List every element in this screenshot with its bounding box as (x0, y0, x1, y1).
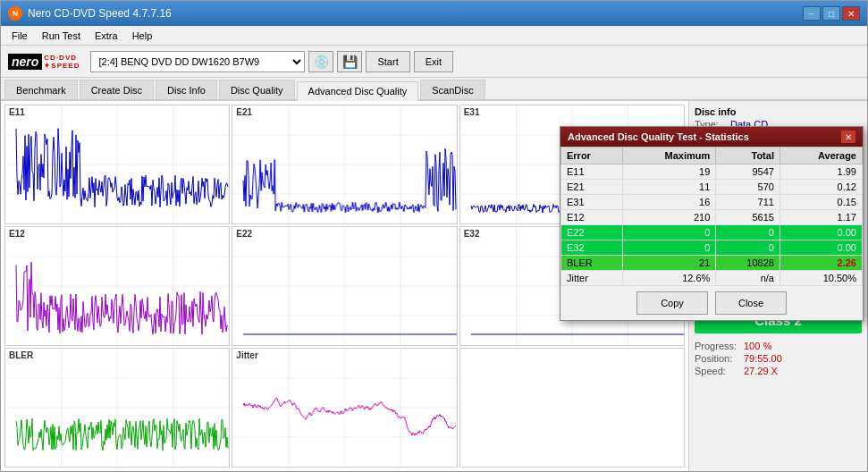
toolbar: nero CD·DVD✦SPEED [2:4] BENQ DVD DD DW16… (1, 46, 867, 78)
stats-col-max: Maximum (622, 148, 716, 164)
stats-bler-total: 10828 (716, 256, 780, 271)
stats-row-jitter: Jitter 12.6% n/a 10.50% (561, 271, 863, 286)
graph-e11-canvas (5, 105, 229, 223)
stats-col-error: Error (561, 148, 623, 164)
stats-e31-total: 711 (716, 195, 780, 210)
menu-extra[interactable]: Extra (88, 29, 125, 43)
stats-e11-avg: 1.99 (780, 164, 862, 180)
tab-bar: Benchmark Create Disc Disc Info Disc Qua… (1, 78, 867, 101)
stats-bler-avg: 2.26 (780, 256, 862, 271)
stats-e21-max: 11 (622, 180, 716, 195)
stats-e21-total: 570 (716, 180, 780, 195)
stats-row-e12: E12 210 5615 1.17 (561, 210, 863, 225)
graph-e22: E22 (232, 226, 457, 346)
exit-button[interactable]: Exit (414, 51, 453, 72)
progress-row: Progress: 100 % (695, 341, 862, 351)
stats-buttons: Copy Close (560, 286, 863, 320)
drive-info-icon[interactable]: 💿 (308, 51, 333, 72)
menu-run-test[interactable]: Run Test (35, 29, 88, 43)
main-window: N Nero CD-DVD Speed 4.7.7.16 − □ ✕ File … (0, 0, 868, 472)
graph-e12-canvas (5, 227, 229, 345)
graph-e31-label: E31 (464, 107, 480, 117)
graph-e22-canvas (232, 227, 456, 345)
stats-e31-avg: 0.15 (780, 195, 862, 210)
stats-row-e22: E22 0 0 0.00 (561, 225, 863, 240)
graph-e12: E12 (4, 226, 230, 346)
stats-e11-max: 19 (622, 164, 716, 180)
stats-e11-name: E11 (561, 164, 623, 180)
progress-value: 100 % (744, 341, 771, 351)
tab-disc-info[interactable]: Disc Info (156, 80, 217, 99)
stats-bler-max: 21 (622, 256, 716, 271)
tab-advanced-disc-quality[interactable]: Advanced Disc Quality (297, 81, 419, 101)
graph-e11-label: E11 (9, 107, 25, 117)
stats-e12-max: 210 (622, 210, 716, 225)
progress-label: Progress: (695, 341, 744, 351)
stats-e22-avg: 0.00 (780, 225, 862, 240)
stats-e32-name: E32 (561, 240, 623, 256)
start-button[interactable]: Start (366, 51, 409, 72)
stats-table: Error Maximum Total Average E11 19 9547 … (560, 147, 863, 286)
stats-jitter-name: Jitter (561, 271, 623, 286)
tab-disc-quality[interactable]: Disc Quality (219, 80, 295, 99)
stats-e11-total: 9547 (716, 164, 780, 180)
stats-row-bler: BLER 21 10828 2.26 (561, 256, 863, 271)
stats-title-bar: Advanced Disc Quality Test - Statistics … (560, 127, 863, 147)
window-title: Nero CD-DVD Speed 4.7.7.16 (28, 7, 803, 20)
minimize-button[interactable]: − (803, 6, 821, 21)
stats-e22-max: 0 (622, 225, 716, 240)
position-value: 79:55.00 (744, 353, 782, 364)
save-icon[interactable]: 💾 (337, 51, 362, 72)
nero-logo-text: nero (8, 54, 42, 70)
graph-e12-label: E12 (9, 229, 25, 239)
menu-bar: File Run Test Extra Help (1, 26, 867, 46)
copy-button[interactable]: Copy (636, 291, 708, 315)
stats-e22-total: 0 (716, 225, 780, 240)
stats-row-e32: E32 0 0 0.00 (561, 240, 863, 256)
graph-e22-label: E22 (236, 229, 252, 239)
graph-empty (459, 348, 685, 468)
disc-info-title: Disc info (695, 106, 862, 117)
stats-row-e11: E11 19 9547 1.99 (561, 164, 863, 180)
tab-scan-disc[interactable]: ScanDisc (420, 80, 485, 99)
close-button[interactable]: ✕ (842, 6, 860, 21)
maximize-button[interactable]: □ (822, 6, 840, 21)
stats-e31-max: 16 (622, 195, 716, 210)
tab-create-disc[interactable]: Create Disc (80, 80, 154, 99)
position-label: Position: (695, 353, 744, 364)
stats-jitter-avg: 10.50% (780, 271, 862, 286)
speed-row: Speed: 27.29 X (695, 366, 862, 376)
speed-value: 27.29 X (744, 366, 778, 376)
stats-e12-name: E12 (561, 210, 623, 225)
stats-bler-name: BLER (561, 256, 623, 271)
close-button[interactable]: Close (715, 291, 787, 315)
drive-select[interactable]: [2:4] BENQ DVD DD DW1620 B7W9 (90, 51, 305, 72)
graph-e11: E11 (4, 105, 230, 224)
stats-close-x-button[interactable]: ✕ (841, 131, 855, 143)
graph-e21-label: E21 (236, 107, 252, 117)
stats-e22-name: E22 (561, 225, 623, 240)
speed-label: Speed: (695, 366, 744, 376)
stats-e21-name: E21 (561, 180, 623, 195)
graph-bler: BLER (4, 348, 230, 468)
position-row: Position: 79:55.00 (695, 353, 862, 364)
menu-file[interactable]: File (4, 29, 35, 43)
stats-window: Advanced Disc Quality Test - Statistics … (560, 126, 864, 321)
stats-e32-total: 0 (716, 240, 780, 256)
graph-e21: E21 (232, 105, 457, 224)
graph-jitter-label: Jitter (236, 350, 257, 360)
menu-help[interactable]: Help (125, 29, 160, 43)
app-icon: N (8, 6, 22, 21)
stats-e12-avg: 1.17 (780, 210, 862, 225)
stats-row-e31: E31 16 711 0.15 (561, 195, 863, 210)
graph-e32-label: E32 (464, 229, 480, 239)
graph-e21-canvas (232, 105, 456, 223)
stats-col-total: Total (716, 148, 780, 164)
graph-bler-canvas (5, 349, 229, 467)
stats-e12-total: 5615 (716, 210, 780, 225)
stats-e32-avg: 0.00 (780, 240, 862, 256)
stats-e21-avg: 0.12 (780, 180, 862, 195)
stats-e32-max: 0 (622, 240, 716, 256)
tab-benchmark[interactable]: Benchmark (4, 80, 78, 99)
stats-title: Advanced Disc Quality Test - Statistics (568, 131, 749, 142)
